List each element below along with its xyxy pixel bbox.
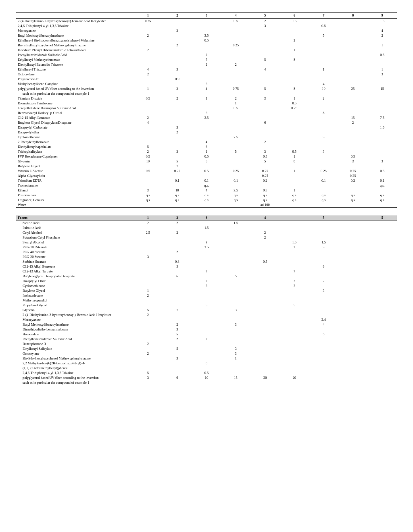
cell-value: [192, 274, 221, 278]
foam-col-5b: [280, 215, 309, 220]
cell-value: [163, 135, 192, 139]
cell-value: 2: [163, 86, 192, 91]
cell-value: [367, 274, 397, 278]
cell-value: 1: [280, 188, 309, 193]
ingredient-name: such as in particular the compound of ex…: [16, 380, 133, 385]
cell-value: [367, 164, 397, 168]
cell-value: [163, 101, 192, 106]
cell-value: [367, 230, 397, 235]
cell-value: [192, 19, 221, 24]
cell-value: [309, 144, 338, 149]
cell-value: [280, 23, 309, 28]
cell-value: [309, 52, 338, 57]
cell-value: 2: [250, 230, 280, 235]
ingredient-name: Methylbenzylidene Camphor: [16, 81, 133, 86]
table-row: Sorbitan Stearate0.80.5: [16, 259, 397, 264]
cell-value: [250, 164, 280, 168]
cell-value: [280, 183, 309, 188]
cell-value: [367, 375, 397, 380]
cell-value: 20: [280, 375, 309, 380]
cell-value: [309, 259, 338, 264]
cell-value: [309, 298, 338, 303]
ingredient-name: Titanium Dioxide: [16, 96, 133, 101]
cell-value: [133, 139, 163, 144]
cell-value: 5: [133, 308, 163, 312]
cell-value: [250, 351, 280, 356]
cell-value: [309, 370, 338, 375]
col-header-8: 8: [338, 12, 368, 19]
ingredient-name: Vitamin E Acetate: [16, 168, 133, 173]
cell-value: 5: [221, 274, 250, 278]
col-header-9: 9: [367, 12, 397, 19]
cell-value: [192, 293, 221, 298]
cell-value: [280, 380, 309, 385]
cell-value: [338, 57, 368, 62]
ingredient-name: Homosalate: [16, 332, 133, 337]
cell-value: 2: [133, 351, 163, 356]
cell-value: [250, 327, 280, 332]
ingredient-name: Drometrizole Trisiloxane: [16, 101, 133, 106]
ingredient-name: 2-(4-Diethylamino-2-hydroxybenzoyl)-Benz…: [16, 312, 133, 317]
cell-value: [163, 225, 192, 230]
table-row: Diethylhexyl Butamido Triazone22: [16, 62, 397, 67]
table-row: Ethanol31043.50.51: [16, 188, 397, 193]
cell-value: 3: [221, 346, 250, 351]
cell-value: 3: [221, 308, 250, 312]
cell-value: 20: [250, 375, 280, 380]
cell-value: 5: [309, 332, 338, 337]
cell-value: 3.5: [192, 33, 221, 38]
cell-value: [250, 130, 280, 135]
cell-value: [309, 375, 338, 380]
cell-value: [163, 298, 192, 303]
ingredient-name: Bis-Ethylhexyloxyphenol Methoxyphenyltri…: [16, 356, 133, 361]
cell-value: [221, 293, 250, 298]
foam-col-7: 5: [367, 215, 397, 220]
cell-value: [309, 303, 338, 308]
ingredient-name: Ethylhexyl Bis-Isopentylbenzoxazolylphen…: [16, 38, 133, 43]
cell-value: 0.25: [309, 168, 338, 173]
cell-value: [250, 303, 280, 308]
cell-value: [309, 72, 338, 77]
cell-value: [250, 225, 280, 230]
cell-value: [338, 240, 368, 245]
cell-value: [192, 327, 221, 332]
cell-value: [163, 91, 192, 96]
cell-value: [367, 264, 397, 269]
table-row: Stearic Acid221.5: [16, 220, 397, 226]
cell-value: [133, 283, 163, 288]
cell-value: 8: [309, 264, 338, 269]
cell-value: [280, 366, 309, 370]
ingredient-name: C12-13 Alkyl Tartrate: [16, 269, 133, 274]
cell-value: [163, 293, 192, 298]
foam-col-1: 1: [133, 215, 163, 220]
table-row: Methylpropandiol: [16, 298, 397, 303]
cell-value: [367, 48, 397, 52]
cell-value: [367, 62, 397, 67]
cell-value: 2: [163, 322, 192, 327]
ingredient-name: Ethylhexyl Triazone: [16, 67, 133, 72]
cell-value: [163, 33, 192, 38]
cell-value: [338, 225, 368, 230]
cell-value: 2: [163, 130, 192, 135]
ingredient-name: Sorbitan Stearate: [16, 259, 133, 264]
cell-value: 3: [163, 67, 192, 72]
cell-value: [221, 125, 250, 130]
cell-value: 5: [163, 264, 192, 269]
cell-value: 3: [221, 322, 250, 327]
cell-value: [280, 327, 309, 332]
table-row: Dimethicodiethylbenzalmalonate3: [16, 327, 397, 332]
ingredient-name: Alpha-Glycosylutin: [16, 173, 133, 178]
ingredient-name: Ethanol: [16, 188, 133, 193]
cell-value: 0.1: [192, 178, 221, 183]
ingredient-name: 2,4,6-Tribiphenyl-4-yl-1,3,5 Triazine: [16, 370, 133, 375]
ingredient-name: Fragrance, Colours: [16, 197, 133, 202]
foam-col-2: 2: [163, 215, 192, 220]
table-row: Methylbenzylidene Camphor34: [16, 81, 397, 86]
cell-value: [250, 278, 280, 283]
cell-value: [221, 366, 250, 370]
cell-value: [309, 337, 338, 341]
cell-value: [338, 351, 368, 356]
cell-value: [163, 278, 192, 283]
cell-value: 7: [280, 269, 309, 274]
ingredient-name: Butylene Glycol Dicaprylate/Dicaprate: [16, 120, 133, 125]
